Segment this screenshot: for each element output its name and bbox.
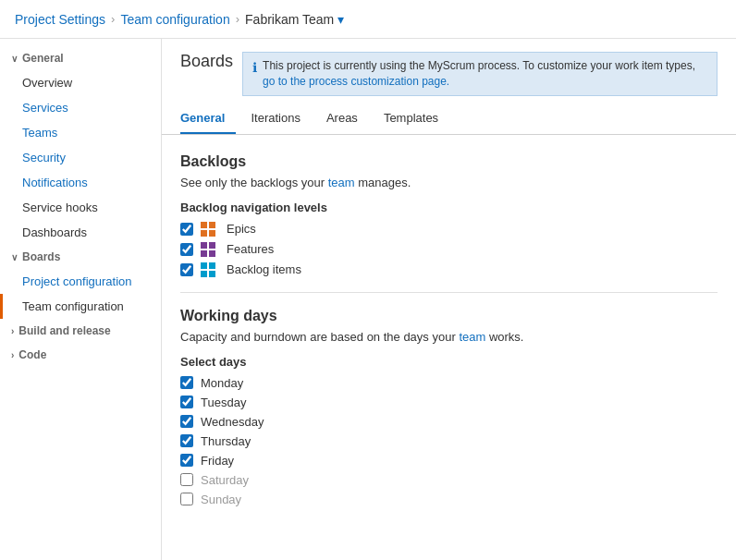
thursday-label: Thursday bbox=[201, 434, 251, 448]
thursday-checkbox[interactable] bbox=[180, 434, 193, 447]
boards-header: Boards ℹ This project is currently using… bbox=[162, 39, 736, 96]
monday-label: Monday bbox=[201, 376, 243, 390]
content-body: Backlogs See only the backlogs your team… bbox=[162, 135, 736, 530]
breadcrumb-sep-1: › bbox=[111, 12, 115, 26]
wednesday-checkbox[interactable] bbox=[180, 415, 193, 428]
tabs-bar: General Iterations Areas Templates bbox=[162, 103, 736, 135]
working-days-desc: Capacity and burndown are based on the d… bbox=[180, 330, 718, 344]
sidebar-item-notifications[interactable]: Notifications bbox=[0, 170, 161, 195]
tab-general[interactable]: General bbox=[180, 103, 236, 134]
features-label: Features bbox=[227, 242, 274, 256]
monday-checkbox[interactable] bbox=[180, 376, 193, 389]
features-icon bbox=[201, 242, 215, 257]
working-days-section: Working days Capacity and burndown are b… bbox=[180, 308, 718, 506]
backlog-items-checkbox[interactable] bbox=[180, 263, 193, 276]
epics-checkbox[interactable] bbox=[180, 223, 193, 236]
features-checkbox[interactable] bbox=[180, 243, 193, 256]
breadcrumb-team-configuration[interactable]: Team configuration bbox=[120, 12, 229, 27]
content-area: Boards ℹ This project is currently using… bbox=[162, 39, 736, 560]
sidebar-item-dashboards[interactable]: Dashboards bbox=[0, 220, 161, 245]
backlogs-desc: See only the backlogs your team manages. bbox=[180, 176, 718, 189]
sunday-checkbox[interactable] bbox=[180, 493, 193, 505]
boards-caret-icon: ∨ bbox=[11, 252, 18, 262]
svg-rect-9 bbox=[209, 262, 215, 269]
day-sunday: Sunday bbox=[180, 493, 718, 506]
main-layout: ∨ General Overview Services Teams Securi… bbox=[0, 39, 736, 560]
code-label: Code bbox=[18, 348, 46, 361]
build-release-caret-icon: › bbox=[11, 326, 14, 336]
day-wednesday: Wednesday bbox=[180, 415, 718, 429]
sidebar: ∨ General Overview Services Teams Securi… bbox=[0, 39, 162, 560]
backlog-item-backlog-items: Backlog items bbox=[180, 262, 718, 277]
tab-templates[interactable]: Templates bbox=[384, 103, 449, 134]
sidebar-item-service-hooks[interactable]: Service hooks bbox=[0, 195, 161, 220]
svg-rect-7 bbox=[209, 250, 215, 257]
friday-label: Friday bbox=[201, 454, 234, 468]
tuesday-checkbox[interactable] bbox=[180, 396, 193, 408]
backlog-item-features: Features bbox=[180, 242, 718, 257]
tab-areas[interactable]: Areas bbox=[326, 103, 369, 134]
epics-icon bbox=[201, 222, 215, 237]
breadcrumb-current-team: Fabrikam Team bbox=[245, 12, 334, 27]
info-banner-text: This project is currently using the MySc… bbox=[263, 58, 707, 90]
days-list: Monday Tuesday Wednesday Thursday bbox=[180, 376, 718, 506]
backlog-items-icon bbox=[201, 262, 215, 277]
sidebar-item-team-config[interactable]: Team configuration bbox=[0, 294, 161, 319]
svg-rect-0 bbox=[201, 222, 207, 228]
sidebar-item-project-config[interactable]: Project configuration bbox=[0, 269, 161, 294]
info-icon: ℹ bbox=[252, 59, 257, 78]
sidebar-item-services[interactable]: Services bbox=[0, 95, 161, 120]
backlogs-title: Backlogs bbox=[180, 153, 718, 170]
svg-rect-4 bbox=[201, 242, 207, 249]
general-section-label: General bbox=[22, 52, 64, 65]
breadcrumb-project-settings[interactable]: Project Settings bbox=[15, 12, 105, 27]
backlog-item-epics: Epics bbox=[180, 222, 718, 237]
sidebar-item-overview[interactable]: Overview bbox=[0, 70, 161, 95]
backlog-items-label: Backlog items bbox=[227, 262, 301, 276]
svg-rect-2 bbox=[201, 230, 207, 237]
day-tuesday: Tuesday bbox=[180, 396, 718, 409]
info-banner-link[interactable]: go to the process customization page. bbox=[263, 75, 449, 88]
boards-section-label: Boards bbox=[22, 250, 60, 263]
backlogs-team-link[interactable]: team bbox=[328, 176, 355, 189]
breadcrumb-bar: Project Settings › Team configuration › … bbox=[0, 0, 736, 39]
svg-rect-5 bbox=[209, 242, 215, 249]
sidebar-item-security[interactable]: Security bbox=[0, 145, 161, 170]
saturday-label: Saturday bbox=[201, 473, 249, 487]
sidebar-section-code[interactable]: › Code bbox=[0, 343, 161, 367]
backlogs-section: Backlogs See only the backlogs your team… bbox=[180, 153, 718, 277]
breadcrumb-sep-2: › bbox=[236, 12, 239, 26]
code-caret-icon: › bbox=[11, 350, 14, 360]
tab-iterations[interactable]: Iterations bbox=[251, 103, 311, 134]
friday-checkbox[interactable] bbox=[180, 454, 193, 467]
select-days-label: Select days bbox=[180, 355, 718, 369]
wednesday-label: Wednesday bbox=[201, 415, 264, 429]
svg-rect-6 bbox=[201, 250, 207, 257]
epics-label: Epics bbox=[227, 222, 256, 236]
day-monday: Monday bbox=[180, 376, 718, 390]
breadcrumb-dropdown-icon[interactable]: ▾ bbox=[337, 12, 344, 27]
day-friday: Friday bbox=[180, 454, 718, 468]
working-days-team-link[interactable]: team bbox=[459, 330, 485, 344]
nav-levels-label: Backlog navigation levels bbox=[180, 201, 718, 214]
section-divider bbox=[180, 292, 718, 293]
general-caret-icon: ∨ bbox=[11, 54, 18, 64]
sidebar-section-build-release[interactable]: › Build and release bbox=[0, 319, 161, 343]
boards-page-title: Boards bbox=[180, 52, 233, 71]
sidebar-item-teams[interactable]: Teams bbox=[0, 120, 161, 145]
working-days-title: Working days bbox=[180, 308, 718, 324]
sidebar-section-general[interactable]: ∨ General bbox=[0, 46, 161, 70]
info-banner: ℹ This project is currently using the My… bbox=[242, 52, 718, 96]
build-release-label: Build and release bbox=[18, 324, 110, 337]
day-thursday: Thursday bbox=[180, 434, 718, 448]
saturday-checkbox[interactable] bbox=[180, 473, 193, 486]
svg-rect-1 bbox=[209, 222, 215, 228]
tuesday-label: Tuesday bbox=[201, 396, 246, 409]
sidebar-section-boards[interactable]: ∨ Boards bbox=[0, 245, 161, 269]
svg-rect-8 bbox=[201, 262, 207, 269]
day-saturday: Saturday bbox=[180, 473, 718, 487]
svg-rect-11 bbox=[209, 271, 215, 277]
sunday-label: Sunday bbox=[201, 493, 241, 506]
svg-rect-10 bbox=[201, 271, 207, 277]
svg-rect-3 bbox=[209, 230, 215, 237]
